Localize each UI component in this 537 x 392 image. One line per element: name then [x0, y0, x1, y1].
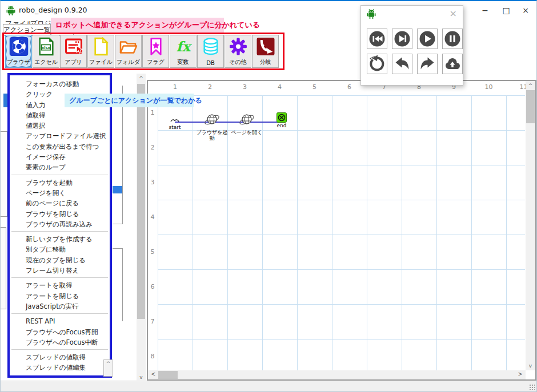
globe-icon	[238, 119, 255, 130]
toolbar-button-others[interactable]: その他	[225, 35, 251, 68]
toolbar-button-label: エクセル	[33, 58, 59, 66]
flow-node-open-page[interactable]: ページを開く	[231, 112, 263, 135]
scrollbar-thumb[interactable]	[137, 84, 145, 319]
maximize-button[interactable]: □	[498, 3, 515, 17]
scrollbar-thumb[interactable]	[526, 90, 535, 123]
canvas-column-label: 1	[158, 83, 193, 94]
canvas-row-label: 8	[148, 353, 157, 360]
canvas-row-label: 4	[148, 213, 157, 221]
hidden-groupbox-fragment	[113, 248, 123, 321]
runner-reload-button[interactable]	[367, 54, 387, 74]
scroll-left-icon[interactable]: <	[151, 371, 155, 377]
action-list-item[interactable]: 前のページに戻る	[10, 198, 110, 208]
toolbar-button-label: ブラウザ	[6, 58, 31, 66]
toolbar-button-label: DB	[198, 60, 223, 66]
action-list-item[interactable]: JavaScriptの実行	[10, 301, 110, 312]
canvas-row-label: 2	[148, 144, 157, 151]
canvas-row-label: 1	[148, 109, 157, 116]
toolbar-button-flag[interactable]: フラグ	[142, 35, 169, 68]
action-list-item[interactable]: 現在のタブを閉じる	[10, 255, 110, 265]
scroll-right-icon[interactable]: >	[518, 371, 523, 377]
flow-node-label: start	[162, 124, 187, 130]
runner-close-icon[interactable]: ×	[450, 8, 457, 19]
minimize-button[interactable]: −	[476, 3, 494, 17]
left-panel-scrollbar[interactable]: ^ v	[137, 74, 146, 382]
action-list-item[interactable]: 値選択	[10, 120, 110, 131]
runner-panel: ×	[360, 5, 463, 86]
globe-icon	[203, 119, 221, 130]
scroll-up-icon: ^	[106, 361, 111, 366]
flow-canvas[interactable]: 1234567891011 12345678 start ブラウザを起動 ページ…	[147, 80, 536, 381]
toolbar-button-app[interactable]: アプリ	[60, 35, 87, 68]
scroll-up-icon[interactable]: ^	[526, 83, 535, 88]
toolbar-button-excel[interactable]: xlsx エクセル	[33, 35, 59, 68]
toolbar-button-variable[interactable]: fx 変数	[170, 35, 197, 68]
action-list-item[interactable]: スプレッドの値取得	[10, 352, 110, 362]
action-list-item[interactable]: フォーカスの移動	[10, 79, 110, 89]
flow-node-browser-launch[interactable]: ブラウザを起動	[196, 112, 228, 141]
action-list-item[interactable]: ブラウザへのFocus中断	[10, 337, 110, 347]
toolbar-button-db[interactable]: DB	[197, 35, 224, 68]
action-list-item[interactable]: アラートを取得	[10, 280, 110, 290]
action-list-item[interactable]: アップロードファイル選択	[10, 131, 110, 141]
runner-cloud-upload-button[interactable]	[442, 54, 463, 74]
action-list-separator	[11, 175, 108, 175]
toolbar-button-folder[interactable]: フォルダ	[115, 35, 142, 68]
scroll-up-icon[interactable]: ^	[137, 75, 146, 81]
canvas-row-label: 3	[148, 179, 157, 186]
scroll-down-icon[interactable]: v	[137, 374, 146, 380]
flow-node-start[interactable]: start	[162, 114, 187, 130]
action-list-item[interactable]: 別タブに移動	[10, 244, 110, 254]
flow-node-end[interactable]: end	[270, 112, 294, 128]
hidden-groupbox-fragment	[0, 227, 6, 309]
hidden-textbox-scroll-fragment: ^	[103, 359, 113, 377]
canvas-horizontal-scrollbar[interactable]: < >	[148, 370, 526, 379]
action-list-item[interactable]: ブラウザの再読み込み	[10, 219, 110, 229]
action-list-separator	[11, 349, 108, 350]
action-list-item[interactable]: REST API	[10, 316, 110, 326]
runner-skip-to-start-button[interactable]	[367, 29, 387, 49]
action-list-annotation: グループごとにアクションが一覧でわかる	[65, 94, 194, 107]
resize-grip[interactable]	[529, 384, 535, 390]
canvas-row-label: 7	[148, 318, 157, 325]
action-list-separator	[11, 231, 108, 232]
toolbar-button-label: ファイル	[88, 58, 114, 66]
action-list-item[interactable]: フレーム切り替え	[10, 265, 110, 276]
action-list-item[interactable]: ブラウザへのFocus再開	[10, 327, 110, 337]
action-list-item[interactable]: ブラウザを閉じる	[10, 209, 110, 219]
android-icon	[367, 9, 376, 21]
close-button[interactable]: ×	[517, 3, 534, 17]
scroll-down-icon[interactable]: v	[526, 363, 535, 369]
toolbar-button-label: フラグ	[143, 58, 169, 66]
canvas-grid[interactable]: start ブラウザを起動 ページを開く end	[158, 95, 525, 370]
runner-undo-button[interactable]	[392, 54, 412, 74]
action-list-item[interactable]: 要素のループ	[10, 162, 110, 172]
runner-pause-button[interactable]	[442, 29, 463, 49]
action-list-separator	[11, 313, 108, 314]
action-list-item[interactable]: ページを開く	[10, 188, 110, 198]
flow-connector	[175, 122, 282, 123]
action-list-item[interactable]: スプレッドの値編集	[10, 362, 110, 373]
canvas-column-label: 4	[262, 83, 297, 94]
action-list-item[interactable]: ブラウザを起動	[10, 177, 110, 188]
toolbar-button-browser[interactable]: ブラウザ	[5, 35, 32, 68]
toolbar-button-branch[interactable]: 分岐	[252, 35, 279, 68]
action-list-item[interactable]: イメージ保存	[10, 152, 110, 162]
toolbar-button-file[interactable]: ファイル	[87, 35, 114, 68]
action-list-item[interactable]: 新しいタブを作成する	[10, 234, 110, 244]
canvas-vertical-scrollbar[interactable]: ^ v	[526, 81, 535, 370]
android-app-icon	[6, 5, 15, 18]
action-list-item[interactable]: 値取得	[10, 110, 110, 120]
scrollbar-thumb[interactable]	[158, 371, 178, 379]
svg-text:xlsx: xlsx	[42, 46, 51, 50]
tab-action-list[interactable]: アクション一覧	[3, 24, 51, 36]
action-list-item[interactable]: この要素が出るまで待つ	[10, 142, 110, 152]
runner-step-next-button[interactable]	[392, 29, 412, 49]
canvas-column-label: 5	[297, 83, 332, 94]
runner-play-button[interactable]	[417, 29, 438, 49]
action-list-item[interactable]: アラートを閉じる	[10, 291, 110, 301]
flow-node-label: end	[270, 123, 294, 128]
app-window: robo_design 0.9.20 − □ × ファイル プロジェク アクショ…	[0, 0, 537, 392]
runner-redo-button[interactable]	[417, 54, 438, 74]
status-bar	[1, 381, 536, 391]
